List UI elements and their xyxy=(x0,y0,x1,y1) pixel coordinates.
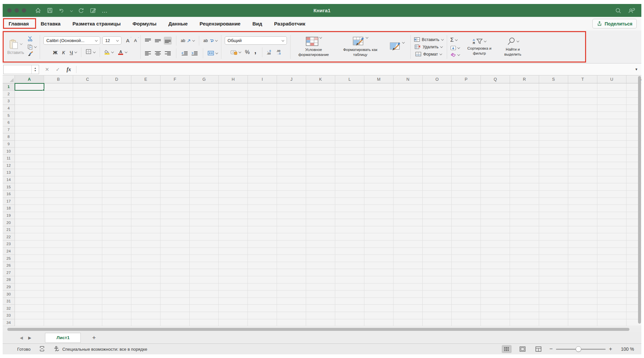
cell-U17[interactable] xyxy=(597,198,626,205)
cell-M27[interactable] xyxy=(364,269,393,276)
cell-I28[interactable] xyxy=(248,276,277,284)
cell-K10[interactable] xyxy=(306,148,335,155)
clear-button[interactable] xyxy=(450,53,460,57)
cell-Q7[interactable] xyxy=(481,126,510,134)
cell-J13[interactable] xyxy=(277,169,306,176)
cell-U19[interactable] xyxy=(597,212,626,219)
cell-N21[interactable] xyxy=(393,226,423,234)
merge-center-button[interactable] xyxy=(207,51,218,56)
cell-J3[interactable] xyxy=(277,98,306,105)
cell-Q23[interactable] xyxy=(481,241,510,248)
column-header-O[interactable]: O xyxy=(423,75,452,83)
cell-C29[interactable] xyxy=(73,284,102,291)
increase-font-size-button[interactable]: Aˆ xyxy=(126,38,129,43)
row-header-32[interactable]: 32 xyxy=(3,305,15,312)
cell-L7[interactable] xyxy=(335,126,364,134)
cell-N30[interactable] xyxy=(393,291,423,298)
cell-G13[interactable] xyxy=(190,169,219,176)
cell-L26[interactable] xyxy=(335,262,364,269)
cell-E1[interactable] xyxy=(131,83,161,91)
cell-M4[interactable] xyxy=(364,105,393,112)
cell-N12[interactable] xyxy=(393,162,423,169)
cell-N3[interactable] xyxy=(393,98,423,105)
cell-I7[interactable] xyxy=(248,126,277,134)
cell-S13[interactable] xyxy=(539,169,568,176)
cell-L21[interactable] xyxy=(335,226,364,234)
cell-J28[interactable] xyxy=(277,276,306,284)
cell-U15[interactable] xyxy=(597,183,626,191)
cell-S28[interactable] xyxy=(539,276,568,284)
close-window-button[interactable] xyxy=(7,8,12,13)
font-family-select[interactable]: Calibri (Основной... xyxy=(43,36,100,45)
cell-O1[interactable] xyxy=(423,83,452,91)
decrease-indent-button[interactable] xyxy=(181,49,189,57)
sort-filter-button[interactable]: А Я Сортировка и фильтр xyxy=(464,38,495,56)
cell-C15[interactable] xyxy=(73,183,102,191)
cell-M20[interactable] xyxy=(364,219,393,226)
cell-U18[interactable] xyxy=(597,205,626,212)
cell-T16[interactable] xyxy=(568,191,597,198)
cell-A21[interactable] xyxy=(15,226,44,234)
selected-cell-a1[interactable] xyxy=(15,83,44,91)
column-header-L[interactable]: L xyxy=(335,75,364,83)
cell-R7[interactable] xyxy=(510,126,539,134)
column-header-E[interactable]: E xyxy=(131,75,161,83)
cell-R24[interactable] xyxy=(510,248,539,255)
cell-E30[interactable] xyxy=(131,291,161,298)
cell-T30[interactable] xyxy=(568,291,597,298)
cell-G33[interactable] xyxy=(190,312,219,319)
cell-H7[interactable] xyxy=(219,126,248,134)
cell-I8[interactable] xyxy=(248,133,277,141)
orientation-button[interactable]: ab xyxy=(181,38,194,43)
cell-N7[interactable] xyxy=(393,126,423,134)
cell-C12[interactable] xyxy=(73,162,102,169)
cell-N18[interactable] xyxy=(393,205,423,212)
cell-G19[interactable] xyxy=(190,212,219,219)
cell-F24[interactable] xyxy=(161,248,190,255)
cell-D11[interactable] xyxy=(102,155,131,162)
cell-N33[interactable] xyxy=(393,312,423,319)
cell-P21[interactable] xyxy=(452,226,481,234)
underline-button[interactable]: Ч xyxy=(69,50,73,55)
delete-cells-dropdown-icon[interactable] xyxy=(440,45,443,48)
bold-button[interactable]: Ж xyxy=(53,50,58,55)
cell-J34[interactable] xyxy=(277,319,306,327)
cell-M12[interactable] xyxy=(364,162,393,169)
fill-color-icon[interactable] xyxy=(104,50,110,55)
cell-F29[interactable] xyxy=(161,284,190,291)
cell-J32[interactable] xyxy=(277,305,306,312)
cell-P5[interactable] xyxy=(452,112,481,119)
cell-B27[interactable] xyxy=(44,269,73,276)
search-icon[interactable] xyxy=(615,7,621,14)
cell-P33[interactable] xyxy=(452,312,481,319)
cell-U9[interactable] xyxy=(597,141,626,148)
cell-N31[interactable] xyxy=(393,298,423,305)
row-header-17[interactable]: 17 xyxy=(3,198,15,205)
cell-J4[interactable] xyxy=(277,105,306,112)
cell-J1[interactable] xyxy=(277,83,306,91)
cell-L22[interactable] xyxy=(335,233,364,241)
cell-I3[interactable] xyxy=(248,98,277,105)
cell-B6[interactable] xyxy=(44,119,73,126)
more-commands-icon[interactable]: … xyxy=(102,9,108,12)
cell-D27[interactable] xyxy=(102,269,131,276)
cell-F12[interactable] xyxy=(161,162,190,169)
format-as-table-dropdown-icon[interactable] xyxy=(365,36,368,38)
cell-F27[interactable] xyxy=(161,269,190,276)
cell-G4[interactable] xyxy=(190,105,219,112)
accessibility-icon[interactable] xyxy=(54,346,60,353)
row-header-19[interactable]: 19 xyxy=(3,212,15,219)
cell-O26[interactable] xyxy=(423,262,452,269)
column-header-F[interactable]: F xyxy=(161,75,190,83)
row-header-25[interactable]: 25 xyxy=(3,255,15,262)
cell-B19[interactable] xyxy=(44,212,73,219)
cell-Q24[interactable] xyxy=(481,248,510,255)
cell-L20[interactable] xyxy=(335,219,364,226)
format-painter-icon[interactable] xyxy=(27,51,33,58)
cell-D19[interactable] xyxy=(102,212,131,219)
cell-E3[interactable] xyxy=(131,98,161,105)
cell-K11[interactable] xyxy=(306,155,335,162)
cell-C25[interactable] xyxy=(73,255,102,262)
cell-E6[interactable] xyxy=(131,119,161,126)
cell-I33[interactable] xyxy=(248,312,277,319)
